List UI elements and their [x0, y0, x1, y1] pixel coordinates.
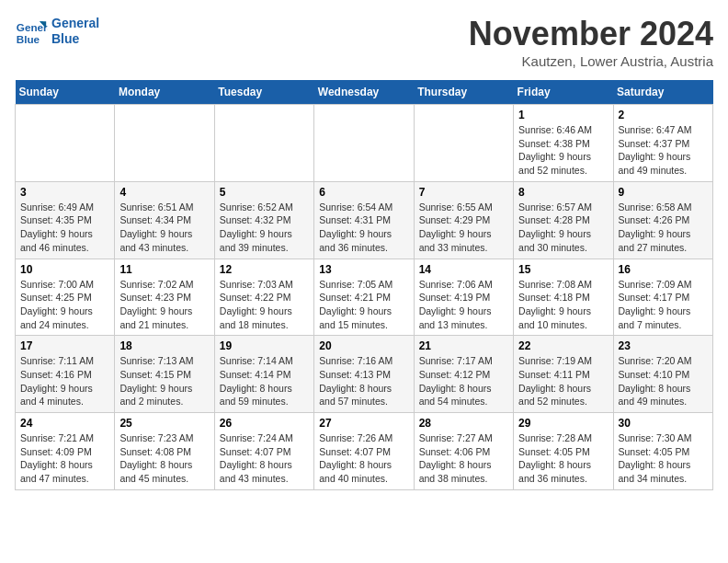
- day-info: Sunrise: 7:13 AMSunset: 4:15 PMDaylight:…: [119, 354, 209, 408]
- location-title: Kautzen, Lower Austria, Austria: [469, 53, 713, 69]
- day-header-thursday: Thursday: [414, 80, 513, 105]
- day-number: 13: [319, 263, 408, 276]
- day-info: Sunrise: 7:14 AMSunset: 4:14 PMDaylight:…: [220, 354, 309, 408]
- day-header-friday: Friday: [514, 80, 613, 105]
- day-number: 25: [119, 417, 209, 430]
- day-info: Sunrise: 7:27 AMSunset: 4:06 PMDaylight:…: [419, 431, 508, 486]
- day-cell: 18Sunrise: 7:13 AMSunset: 4:15 PMDayligh…: [115, 336, 214, 413]
- day-number: 11: [119, 263, 209, 276]
- day-number: 19: [220, 339, 309, 352]
- day-info: Sunrise: 6:54 AMSunset: 4:31 PMDaylight:…: [319, 201, 408, 255]
- day-number: 27: [319, 417, 408, 430]
- day-info: Sunrise: 7:05 AMSunset: 4:21 PMDaylight:…: [319, 278, 408, 332]
- day-number: 29: [518, 417, 608, 430]
- day-number: 9: [619, 186, 708, 199]
- day-cell: 1Sunrise: 6:46 AMSunset: 4:38 PMDaylight…: [514, 105, 613, 182]
- day-header-monday: Monday: [115, 80, 214, 105]
- day-info: Sunrise: 7:06 AMSunset: 4:19 PMDaylight:…: [419, 278, 508, 332]
- day-info: Sunrise: 7:03 AMSunset: 4:22 PMDaylight:…: [220, 278, 309, 332]
- day-cell: 25Sunrise: 7:23 AMSunset: 4:08 PMDayligh…: [115, 413, 214, 490]
- logo-icon: General Blue: [15, 15, 48, 48]
- day-cell: 19Sunrise: 7:14 AMSunset: 4:14 PMDayligh…: [214, 336, 313, 413]
- day-cell: 21Sunrise: 7:17 AMSunset: 4:12 PMDayligh…: [414, 336, 513, 413]
- day-number: 18: [119, 339, 209, 352]
- day-header-sunday: Sunday: [16, 80, 115, 105]
- day-number: 8: [518, 186, 608, 199]
- day-cell: 15Sunrise: 7:08 AMSunset: 4:18 PMDayligh…: [514, 259, 613, 336]
- day-number: 6: [319, 186, 408, 199]
- day-info: Sunrise: 7:24 AMSunset: 4:07 PMDaylight:…: [220, 431, 309, 486]
- day-info: Sunrise: 6:57 AMSunset: 4:28 PMDaylight:…: [518, 201, 608, 255]
- day-cell: 24Sunrise: 7:21 AMSunset: 4:09 PMDayligh…: [16, 413, 115, 490]
- day-number: 21: [419, 339, 508, 352]
- day-info: Sunrise: 6:47 AMSunset: 4:37 PMDaylight:…: [619, 123, 708, 178]
- day-number: 10: [20, 263, 109, 276]
- day-cell: [16, 105, 115, 182]
- week-row-1: 1Sunrise: 6:46 AMSunset: 4:38 PMDaylight…: [16, 105, 713, 182]
- day-number: 22: [518, 339, 608, 352]
- title-area: November 2024 Kautzen, Lower Austria, Au…: [469, 15, 713, 69]
- day-cell: 29Sunrise: 7:28 AMSunset: 4:05 PMDayligh…: [514, 413, 613, 490]
- day-info: Sunrise: 6:46 AMSunset: 4:38 PMDaylight:…: [518, 123, 608, 178]
- day-cell: [314, 105, 414, 182]
- day-number: 17: [20, 339, 109, 352]
- week-row-4: 17Sunrise: 7:11 AMSunset: 4:16 PMDayligh…: [16, 336, 713, 413]
- header: General Blue General Blue November 2024 …: [15, 15, 713, 69]
- day-info: Sunrise: 6:58 AMSunset: 4:26 PMDaylight:…: [619, 201, 708, 255]
- week-row-5: 24Sunrise: 7:21 AMSunset: 4:09 PMDayligh…: [16, 413, 713, 490]
- day-info: Sunrise: 7:21 AMSunset: 4:09 PMDaylight:…: [20, 431, 109, 486]
- week-row-2: 3Sunrise: 6:49 AMSunset: 4:35 PMDaylight…: [16, 181, 713, 259]
- day-header-tuesday: Tuesday: [214, 80, 313, 105]
- logo-line2: Blue: [51, 31, 99, 47]
- day-cell: 27Sunrise: 7:26 AMSunset: 4:07 PMDayligh…: [314, 413, 414, 490]
- day-cell: 3Sunrise: 6:49 AMSunset: 4:35 PMDaylight…: [16, 181, 115, 259]
- svg-text:Blue: Blue: [17, 33, 40, 45]
- day-cell: 22Sunrise: 7:19 AMSunset: 4:11 PMDayligh…: [514, 336, 613, 413]
- day-info: Sunrise: 7:19 AMSunset: 4:11 PMDaylight:…: [518, 354, 608, 408]
- day-number: 4: [119, 186, 209, 199]
- logo: General Blue General Blue: [15, 15, 99, 48]
- calendar-table: SundayMondayTuesdayWednesdayThursdayFrid…: [15, 80, 713, 490]
- day-number: 5: [220, 186, 309, 199]
- week-row-3: 10Sunrise: 7:00 AMSunset: 4:25 PMDayligh…: [16, 259, 713, 336]
- day-info: Sunrise: 7:23 AMSunset: 4:08 PMDaylight:…: [119, 431, 209, 486]
- day-cell: 5Sunrise: 6:52 AMSunset: 4:32 PMDaylight…: [214, 181, 313, 259]
- day-info: Sunrise: 7:17 AMSunset: 4:12 PMDaylight:…: [419, 354, 508, 408]
- day-info: Sunrise: 7:30 AMSunset: 4:05 PMDaylight:…: [619, 431, 708, 486]
- day-cell: 30Sunrise: 7:30 AMSunset: 4:05 PMDayligh…: [613, 413, 712, 490]
- day-number: 15: [518, 263, 608, 276]
- day-info: Sunrise: 6:52 AMSunset: 4:32 PMDaylight:…: [220, 201, 309, 255]
- day-number: 14: [419, 263, 508, 276]
- day-cell: 6Sunrise: 6:54 AMSunset: 4:31 PMDaylight…: [314, 181, 414, 259]
- day-cell: 9Sunrise: 6:58 AMSunset: 4:26 PMDaylight…: [613, 181, 712, 259]
- day-cell: 2Sunrise: 6:47 AMSunset: 4:37 PMDaylight…: [613, 105, 712, 182]
- day-cell: 16Sunrise: 7:09 AMSunset: 4:17 PMDayligh…: [613, 259, 712, 336]
- day-cell: 28Sunrise: 7:27 AMSunset: 4:06 PMDayligh…: [414, 413, 513, 490]
- day-cell: 8Sunrise: 6:57 AMSunset: 4:28 PMDaylight…: [514, 181, 613, 259]
- day-number: 26: [220, 417, 309, 430]
- day-info: Sunrise: 7:11 AMSunset: 4:16 PMDaylight:…: [20, 354, 109, 408]
- day-cell: 4Sunrise: 6:51 AMSunset: 4:34 PMDaylight…: [115, 181, 214, 259]
- day-cell: 11Sunrise: 7:02 AMSunset: 4:23 PMDayligh…: [115, 259, 214, 336]
- day-info: Sunrise: 6:55 AMSunset: 4:29 PMDaylight:…: [419, 201, 508, 255]
- day-cell: [414, 105, 513, 182]
- day-number: 24: [20, 417, 109, 430]
- day-header-wednesday: Wednesday: [314, 80, 414, 105]
- logo-line1: General: [51, 16, 99, 31]
- day-info: Sunrise: 6:49 AMSunset: 4:35 PMDaylight:…: [20, 201, 109, 255]
- day-number: 20: [319, 339, 408, 352]
- day-number: 1: [518, 109, 608, 121]
- day-info: Sunrise: 7:16 AMSunset: 4:13 PMDaylight:…: [319, 354, 408, 408]
- day-number: 30: [619, 417, 708, 430]
- day-cell: 7Sunrise: 6:55 AMSunset: 4:29 PMDaylight…: [414, 181, 513, 259]
- day-cell: 17Sunrise: 7:11 AMSunset: 4:16 PMDayligh…: [16, 336, 115, 413]
- day-number: 3: [20, 186, 109, 199]
- day-number: 28: [419, 417, 508, 430]
- day-info: Sunrise: 7:28 AMSunset: 4:05 PMDaylight:…: [518, 431, 608, 486]
- month-title: November 2024: [469, 15, 713, 53]
- day-number: 16: [619, 263, 708, 276]
- day-header-saturday: Saturday: [613, 80, 712, 105]
- day-cell: 12Sunrise: 7:03 AMSunset: 4:22 PMDayligh…: [214, 259, 313, 336]
- day-info: Sunrise: 7:26 AMSunset: 4:07 PMDaylight:…: [319, 431, 408, 486]
- day-cell: 20Sunrise: 7:16 AMSunset: 4:13 PMDayligh…: [314, 336, 414, 413]
